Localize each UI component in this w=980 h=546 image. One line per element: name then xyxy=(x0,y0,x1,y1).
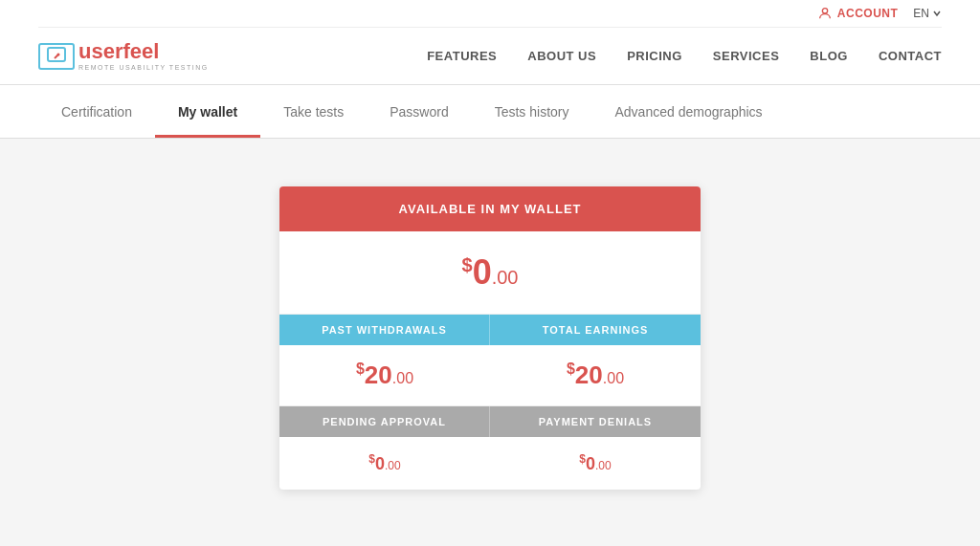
account-icon xyxy=(817,6,833,21)
tabs-section: Certification My wallet Take tests Passw… xyxy=(0,85,980,139)
past-withdrawals-amount: $20.00 xyxy=(356,360,413,389)
chevron-down-icon xyxy=(932,9,942,18)
top-bar-inner: ACCOUNT EN xyxy=(38,0,942,28)
pending-approval-header: PENDING APPROVAL xyxy=(279,406,490,437)
pd-symbol: $ xyxy=(579,452,586,466)
nav-links: FEATURES ABOUT US PRICING SERVICES BLOG … xyxy=(427,49,942,63)
payment-denials-value: $0.00 xyxy=(490,437,701,490)
pd-whole: 0 xyxy=(586,454,595,473)
payment-denials-header: PAYMENT DENIALS xyxy=(490,406,701,437)
pw-whole: 20 xyxy=(365,360,392,389)
total-earnings-value: $20.00 xyxy=(490,345,701,406)
wallet-header: AVAILABLE IN MY WALLET xyxy=(279,186,701,231)
tab-take-tests[interactable]: Take tests xyxy=(260,85,367,138)
nav-about[interactable]: ABOUT US xyxy=(527,49,596,63)
logo-user: user xyxy=(78,39,122,63)
svg-rect-1 xyxy=(48,48,65,61)
wallet-balance: $0.00 xyxy=(279,231,701,315)
te-cents: .00 xyxy=(603,370,624,386)
logo[interactable]: userfeel REMOTE USABILITY TESTING xyxy=(38,41,209,71)
nav-features[interactable]: FEATURES xyxy=(427,49,497,63)
account-label: ACCOUNT xyxy=(837,7,899,20)
main-content: AVAILABLE IN MY WALLET $0.00 PAST WITHDR… xyxy=(0,139,980,537)
tab-my-wallet[interactable]: My wallet xyxy=(155,85,260,138)
balance-symbol: $ xyxy=(462,254,473,275)
pw-symbol: $ xyxy=(356,360,365,377)
pa-cents: .00 xyxy=(385,459,401,472)
pa-symbol: $ xyxy=(368,452,375,466)
past-withdrawals-value: $20.00 xyxy=(279,345,490,406)
main-nav: userfeel REMOTE USABILITY TESTING FEATUR… xyxy=(38,28,942,84)
total-earnings-header: TOTAL EARNINGS xyxy=(490,315,701,345)
pa-whole: 0 xyxy=(375,454,385,473)
pending-approval-value: $0.00 xyxy=(279,437,490,490)
wallet-footer-grid: PENDING APPROVAL PAYMENT DENIALS $0.00 $… xyxy=(279,406,701,490)
account-link[interactable]: ACCOUNT xyxy=(817,6,899,21)
te-whole: 20 xyxy=(575,360,603,389)
tabs: Certification My wallet Take tests Passw… xyxy=(38,85,942,138)
lang-label: EN xyxy=(913,7,929,20)
svg-point-0 xyxy=(822,9,827,13)
logo-text: userfeel xyxy=(78,41,209,62)
total-earnings-amount: $20.00 xyxy=(567,360,624,389)
nav-contact[interactable]: CONTACT xyxy=(879,49,942,63)
tab-certification[interactable]: Certification xyxy=(38,85,155,138)
top-bar: ACCOUNT EN userfeel REMOTE USABIL xyxy=(0,0,980,85)
past-withdrawals-header: PAST WITHDRAWALS xyxy=(279,315,490,345)
nav-pricing[interactable]: PRICING xyxy=(627,49,682,63)
wallet-card: AVAILABLE IN MY WALLET $0.00 PAST WITHDR… xyxy=(279,186,701,490)
balance-cents: .00 xyxy=(492,267,519,288)
tab-advanced-demographics[interactable]: Advanced demographics xyxy=(591,85,785,138)
nav-blog[interactable]: BLOG xyxy=(810,49,848,63)
logo-text-wrapper: userfeel REMOTE USABILITY TESTING xyxy=(78,41,209,71)
payment-denials-amount: $0.00 xyxy=(579,454,611,473)
te-symbol: $ xyxy=(567,360,575,377)
tab-password[interactable]: Password xyxy=(367,85,471,138)
wallet-grid-headers: PAST WITHDRAWALS TOTAL EARNINGS $20.00 $… xyxy=(279,315,701,406)
logo-icon xyxy=(38,43,75,70)
svg-point-2 xyxy=(57,53,60,55)
tab-tests-history[interactable]: Tests history xyxy=(472,85,592,138)
pd-cents: .00 xyxy=(595,459,612,472)
balance-whole: 0 xyxy=(473,252,492,292)
lang-selector[interactable]: EN xyxy=(913,7,942,20)
nav-services[interactable]: SERVICES xyxy=(713,49,780,63)
pw-cents: .00 xyxy=(392,370,413,386)
wallet-balance-amount: $0.00 xyxy=(462,252,519,292)
logo-feel: feel xyxy=(122,39,159,63)
pending-approval-amount: $0.00 xyxy=(368,454,400,473)
logo-subtitle: REMOTE USABILITY TESTING xyxy=(78,64,209,71)
